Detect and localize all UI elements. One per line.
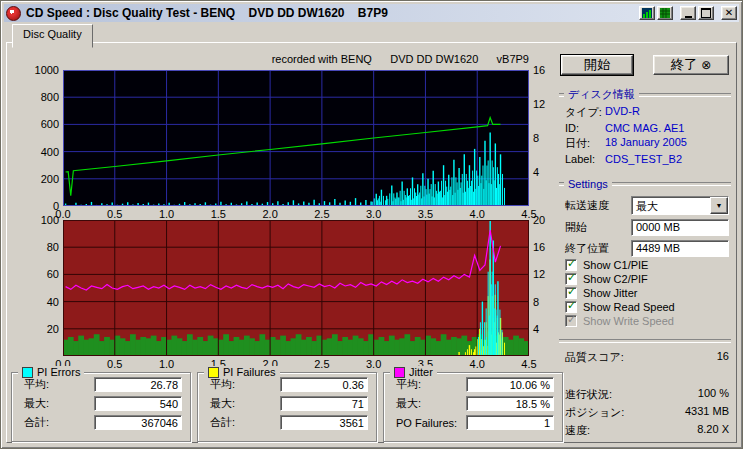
stat-label: PO Failures:	[396, 417, 457, 429]
transfer-speed-select[interactable]: 最大 ▼	[631, 196, 729, 215]
quality-score-value: 16	[717, 350, 729, 365]
stats-box-title: PI Errors	[37, 366, 80, 378]
axis-tick-label: 200	[26, 173, 59, 185]
stat-label: 平均:	[210, 377, 235, 392]
maximize-icon	[701, 8, 711, 18]
jitter-pif-chart: 10080604020201612840.00.51.01.52.02.53.0…	[63, 220, 529, 356]
axis-tick-label: 8	[533, 132, 559, 144]
check-icon: ✓	[567, 257, 576, 270]
axis-tick-label: 60	[26, 268, 59, 280]
stat-value-field: 1	[466, 415, 554, 430]
axis-tick-label: 2.5	[308, 358, 336, 370]
quality-score-label: 品質スコア:	[565, 350, 624, 365]
axis-tick-label: 1000	[26, 64, 59, 76]
exit-button-label: 終了	[671, 56, 698, 74]
check-icon: ✓	[567, 285, 576, 298]
stat-value-field: 367046	[94, 415, 182, 430]
progress-value: 100 %	[698, 387, 729, 402]
pi-errors-legend-swatch	[22, 367, 33, 378]
tab-page: recorded with BENQ DVD DD DW1620 vB7P9 1…	[6, 42, 737, 443]
exit-button[interactable]: 終了⊗	[653, 55, 729, 75]
position-row: ポジション: 4331 MB	[565, 405, 729, 420]
position-value: 4331 MB	[685, 405, 729, 420]
speed-label: 速度:	[565, 423, 590, 438]
stat-value-field: 540	[94, 396, 182, 411]
stat-value-field: 3561	[280, 415, 368, 430]
axis-tick-label: 12	[533, 98, 559, 110]
axis-tick-label: 4	[533, 323, 559, 335]
stat-label: 最大:	[396, 396, 421, 411]
axis-tick-label: 2.0	[256, 208, 284, 220]
maximize-button[interactable]	[698, 6, 714, 20]
disc-info-row: ID:CMC MAG. AE1	[565, 122, 731, 134]
separator	[559, 339, 731, 343]
stat-label: 合計:	[24, 415, 49, 430]
checkbox-box[interactable]: ✓	[565, 301, 577, 313]
pi-failures-stats-box: PI Failures 平均:0.36 最大:71 合計:3561	[197, 372, 377, 442]
axis-tick-label: 4	[533, 166, 559, 178]
axis-tick-label: 400	[26, 146, 59, 158]
axis-tick-label: 4.0	[463, 358, 491, 370]
checkbox-show-read-speed[interactable]: ✓ Show Read Speed	[565, 300, 731, 313]
stat-label: 最大:	[210, 396, 235, 411]
checkbox-box[interactable]: ✓	[565, 273, 577, 285]
stat-label: 平均:	[396, 377, 421, 392]
pi-failures-legend-swatch	[208, 367, 219, 378]
jitter-legend-swatch	[394, 367, 405, 378]
axis-tick-label: 40	[26, 296, 59, 308]
axis-tick-label: 16	[533, 241, 559, 253]
axis-tick-label: 80	[26, 241, 59, 253]
stat-value-field: 18.5 %	[466, 396, 554, 411]
app-window: CD Speed : Disc Quality Test - BENQ DVD …	[0, 0, 743, 449]
chevron-down-icon: ▼	[716, 202, 723, 209]
minimize-button[interactable]	[680, 6, 696, 20]
transfer-speed-label: 転送速度	[565, 198, 609, 213]
axis-tick-label: 0.5	[101, 358, 129, 370]
axis-tick-label: 1.0	[153, 208, 181, 220]
end-position-label: 終了位置	[565, 241, 609, 256]
checkbox-box[interactable]: ✓	[565, 259, 577, 271]
checkbox-show-write-speed: ✓ Show Write Speed	[565, 314, 731, 327]
start-button[interactable]: 開始	[561, 55, 633, 75]
exit-icon: ⊗	[701, 59, 711, 71]
axis-tick-label: 8	[533, 296, 559, 308]
checkbox-show-c1-pie[interactable]: ✓ Show C1/PIE	[565, 258, 731, 271]
minimize-icon	[685, 16, 692, 18]
axis-tick-label: 600	[26, 118, 59, 130]
tab-disc-quality[interactable]: Disc Quality	[12, 24, 93, 48]
titlebar-tool-icon-2[interactable]	[657, 6, 673, 20]
axis-tick-label: 1.5	[204, 208, 232, 220]
axis-tick-label: 3.0	[360, 358, 388, 370]
stats-box-title: Jitter	[409, 366, 433, 378]
close-button[interactable]: ✕	[721, 6, 737, 20]
checkbox-show-c2-pif[interactable]: ✓ Show C2/PIF	[565, 272, 731, 285]
axis-tick-label: 4.5	[515, 358, 543, 370]
axis-tick-label: 4.0	[463, 208, 491, 220]
settings-header: Settings	[559, 178, 731, 190]
axis-tick-label: 3.0	[360, 208, 388, 220]
stat-label: 最大:	[24, 396, 49, 411]
axis-tick-label: 12	[533, 268, 559, 280]
titlebar-tool-icon-1[interactable]	[639, 6, 655, 20]
speed-value: 8.20 X	[697, 423, 729, 438]
titlebar: CD Speed : Disc Quality Test - BENQ DVD …	[4, 4, 739, 22]
pi-errors-chart: 100080060040020001612840.00.51.01.52.02.…	[63, 70, 529, 206]
control-panel: 開始 終了⊗ ディスク情報 タイプ:DVD-R ID:CMC MAG. AE1 …	[559, 55, 731, 438]
axis-tick-label: 1.0	[153, 358, 181, 370]
stat-label: 合計:	[210, 415, 235, 430]
app-icon	[6, 6, 21, 21]
check-icon: ✓	[567, 313, 576, 326]
disc-info-row: 日付:18 January 2005	[565, 136, 731, 151]
combo-dropdown-button[interactable]: ▼	[710, 197, 728, 214]
checkbox-show-jitter[interactable]: ✓ Show Jitter	[565, 286, 731, 299]
axis-tick-label: 20	[533, 214, 559, 226]
stat-value-field: 0.36	[280, 377, 368, 392]
recorded-note: recorded with BENQ DVD DD DW1620 vB7P9	[63, 53, 529, 65]
check-icon: ✓	[567, 299, 576, 312]
mini-grid-icon	[660, 8, 670, 18]
stat-value-field: 10.06 %	[466, 377, 554, 392]
checkbox-box[interactable]: ✓	[565, 287, 577, 299]
axis-tick-label: 800	[26, 91, 59, 103]
end-position-field[interactable]: 4489 MB	[631, 240, 729, 257]
start-position-field[interactable]: 0000 MB	[631, 219, 729, 236]
